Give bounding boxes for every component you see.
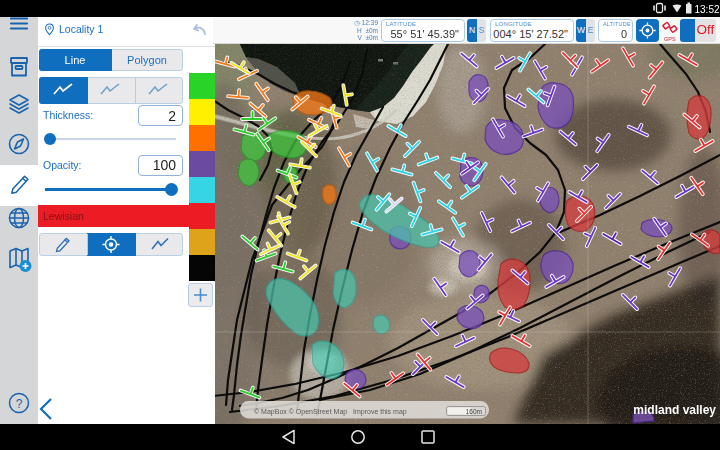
- svg-text:Improve this map: Improve this map: [353, 408, 407, 416]
- svg-text:midland valley: midland valley: [633, 403, 716, 417]
- svg-text:?: ?: [16, 397, 23, 411]
- svg-text:160m: 160m: [466, 408, 482, 415]
- svg-text:© MapBox © OpenStreet Map: © MapBox © OpenStreet Map: [254, 408, 347, 416]
